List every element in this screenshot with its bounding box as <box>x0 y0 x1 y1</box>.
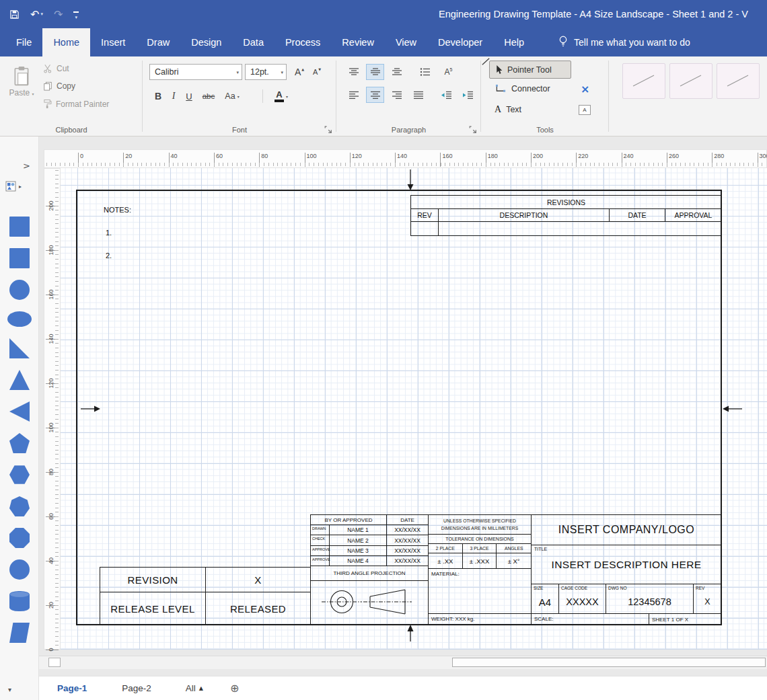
text-block-tool-button[interactable]: A <box>579 105 591 115</box>
stencil-shape-parallelogram[interactable] <box>9 623 30 643</box>
expand-shapes-panel-chevron[interactable]: > <box>23 161 30 171</box>
format-painter-button[interactable]: Format Painter <box>43 99 109 109</box>
align-right-button[interactable] <box>388 87 406 103</box>
align-top-button[interactable] <box>344 64 363 80</box>
title-bar: ↶ ▾ ↷ ▾ Engineering Drawing Template - A… <box>0 0 767 28</box>
stencil-shape-square[interactable] <box>9 217 30 237</box>
text-tool-button[interactable]: A Text <box>495 104 521 115</box>
redo-icon: ↷ <box>54 8 63 21</box>
stencil-header[interactable]: ▸ <box>5 181 22 192</box>
stencil-shape-cylinder[interactable] <box>9 591 30 611</box>
grow-font-button[interactable]: A ▲ <box>291 64 308 80</box>
ribbon-tab-file[interactable]: File <box>5 28 42 56</box>
ribbon-tab-process[interactable]: Process <box>275 28 331 56</box>
scroll-shapes-down-chevron[interactable]: ▾ <box>8 686 11 693</box>
ribbon-tab-help[interactable]: Help <box>493 28 535 56</box>
customize-qat-icon[interactable]: ▾ <box>73 9 79 20</box>
stencil-shape-hexagon[interactable] <box>9 465 30 485</box>
note-item-2[interactable]: 2. <box>106 251 112 260</box>
center-mark-top <box>407 169 414 190</box>
line-style-swatch[interactable] <box>669 63 713 99</box>
scrollbar-thumb[interactable] <box>452 658 766 667</box>
scrollbar-split-box[interactable] <box>48 658 61 667</box>
hruler-label: 20 <box>123 153 132 167</box>
line-style-swatch[interactable] <box>622 63 665 99</box>
font-family-select[interactable]: Calibri ▾ <box>149 64 242 80</box>
stencil-shape-circle[interactable] <box>9 280 30 300</box>
decrease-indent-button[interactable] <box>437 87 455 103</box>
stencil-shape-square[interactable] <box>9 248 30 268</box>
approval-table[interactable]: BY OR APPROVED DATE DRAWN NAME 1 XX/XX/X… <box>310 514 429 625</box>
justify-button[interactable] <box>409 87 427 103</box>
bullets-button[interactable] <box>416 64 434 80</box>
line-style-swatch[interactable] <box>717 63 760 99</box>
font-size-select[interactable]: 12pt. ▾ <box>245 64 287 80</box>
format-painter-label: Format Painter <box>56 100 109 109</box>
stencil-shape-triangle[interactable] <box>9 370 30 390</box>
hruler-label: 260 <box>667 153 679 167</box>
ribbon-tab-review[interactable]: Review <box>331 28 385 56</box>
ribbon-tab-view[interactable]: View <box>385 28 427 56</box>
save-icon[interactable] <box>9 9 20 20</box>
revisions-col-rev: REV <box>411 209 439 222</box>
ribbon-group-tools: Pointer Tool ▾ Connector × A Text A Tool… <box>481 56 609 136</box>
bold-button[interactable]: B <box>151 87 166 105</box>
change-case-button[interactable]: Aa ▾ <box>221 87 244 105</box>
revision-release-block[interactable]: REVISION X RELEASE LEVEL RELEASED <box>100 567 311 625</box>
hruler-label: 180 <box>486 153 498 167</box>
ribbon-tab-design[interactable]: Design <box>180 28 232 56</box>
ribbon-tab-data[interactable]: Data <box>232 28 275 56</box>
ribbon-tab-developer[interactable]: Developer <box>427 28 493 56</box>
tolerance-block[interactable]: UNLESS OTHERWISE SPECIFIED DIMENSIONS AR… <box>428 514 532 625</box>
stencil-shape-heptagon[interactable] <box>9 496 30 516</box>
align-bottom-button[interactable] <box>388 64 406 80</box>
text-direction-button[interactable]: A5 <box>439 64 458 80</box>
stencil-shape-triangle-left[interactable] <box>9 401 30 422</box>
shrink-font-button[interactable]: A ▼ <box>309 64 325 80</box>
vruler-label: 20 <box>46 596 57 614</box>
drawing-page[interactable]: NOTES: 1. 2. REVISIONS REV DESCRIPTION D… <box>61 168 767 650</box>
copy-button[interactable]: Copy <box>43 81 75 91</box>
strikethrough-button[interactable]: abc <box>199 87 218 105</box>
connector-tool-button[interactable]: Connector <box>495 83 550 93</box>
connection-point-tool-button[interactable]: × <box>581 83 589 95</box>
align-center-button[interactable] <box>366 87 384 103</box>
vertical-ruler[interactable]: 200180160140120100806040200 <box>44 168 61 650</box>
horizontal-scrollbar[interactable] <box>39 656 767 669</box>
undo-icon[interactable]: ↶ ▾ <box>30 8 43 21</box>
pointer-tool-button[interactable]: Pointer Tool <box>489 61 571 79</box>
horizontal-ruler[interactable]: 0204060801001201401601802002202402602803… <box>44 149 767 168</box>
stencil-shape-right-triangle[interactable] <box>9 338 30 358</box>
revisions-col-approval: APPROVAL <box>665 209 721 222</box>
increase-indent-button[interactable] <box>459 87 477 103</box>
stencil-shape-octagon[interactable] <box>9 528 30 548</box>
align-left-button[interactable] <box>344 87 363 103</box>
cut-button[interactable]: Cut <box>43 64 69 73</box>
paste-button[interactable]: Paste ▾ <box>4 61 39 120</box>
chevron-down-icon: ▾ <box>236 70 239 75</box>
font-color-button[interactable]: A ▾ <box>269 87 293 105</box>
stencil-shape-ellipse[interactable] <box>7 311 32 327</box>
release-level-value-cell: RELEASED <box>206 592 310 625</box>
tell-me-box[interactable]: Tell me what you want to do <box>558 28 690 56</box>
add-page-button[interactable]: ⊕ <box>230 682 239 695</box>
notes-title[interactable]: NOTES: <box>104 206 131 214</box>
underline-button[interactable]: U <box>182 87 196 105</box>
title-block[interactable]: INSERT COMPANY/LOGO TITLE INSERT DESCRIP… <box>531 514 722 625</box>
ribbon-tab-home[interactable]: Home <box>42 28 90 56</box>
copy-icon <box>43 81 52 91</box>
stencil-shape-circle[interactable] <box>9 559 30 580</box>
ribbon-tab-insert[interactable]: Insert <box>90 28 136 56</box>
stencil-shape-pentagon[interactable] <box>9 433 30 453</box>
ribbon-tab-draw[interactable]: Draw <box>136 28 180 56</box>
page-tab-page-1[interactable]: Page-1 <box>48 676 96 700</box>
revisions-table[interactable]: REVISIONS REV DESCRIPTION DATE APPROVAL <box>410 195 722 236</box>
ribbon-group-font: Calibri ▾ 12pt. ▾ A ▲ A ▼ B I U abc A <box>143 56 336 136</box>
align-middle-button[interactable] <box>366 64 384 80</box>
page-tab-page-2[interactable]: Page-2 <box>113 676 160 700</box>
chevron-down-icon: ▾ <box>286 94 288 99</box>
italic-button[interactable]: I <box>167 87 180 105</box>
note-item-1[interactable]: 1. <box>106 229 112 237</box>
all-pages-button[interactable]: All ▲ <box>186 683 203 693</box>
tell-me-label: Tell me what you want to do <box>574 37 690 48</box>
